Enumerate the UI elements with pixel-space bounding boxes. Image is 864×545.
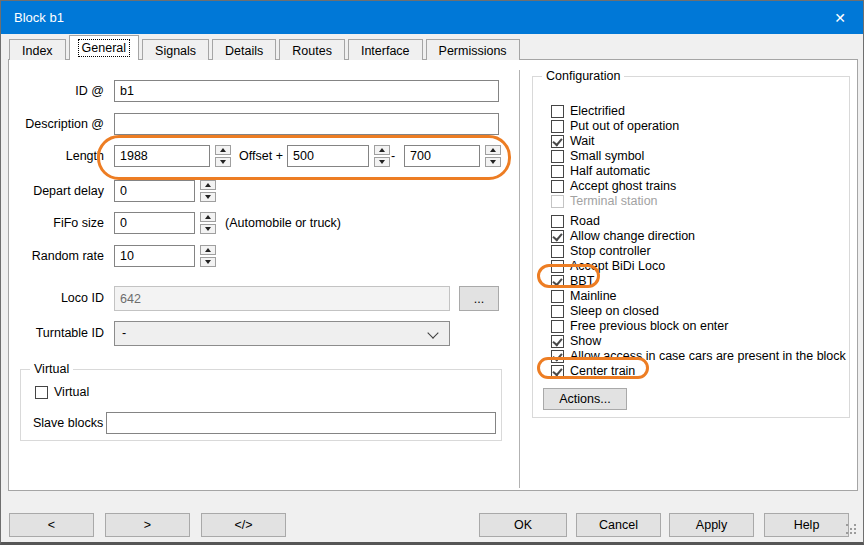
tab-signals[interactable]: Signals xyxy=(142,39,209,60)
fifo-size-input[interactable] xyxy=(114,212,195,234)
depart-delay-spinner[interactable] xyxy=(200,180,216,202)
checkbox-box[interactable] xyxy=(551,135,564,148)
tab-details[interactable]: Details xyxy=(212,39,276,60)
xml-view-button[interactable]: </> xyxy=(201,513,286,537)
checkbox-box[interactable] xyxy=(551,320,564,333)
checkbox-label: Center train xyxy=(570,364,635,379)
fifo-hint: (Automobile or truck) xyxy=(225,212,341,234)
checkbox-label: Accept ghost trains xyxy=(570,179,676,194)
spin-up-button[interactable] xyxy=(200,180,216,190)
titlebar[interactable]: Block b1 ✕ xyxy=(1,1,863,34)
checkbox-allow-change-direction[interactable]: Allow change direction xyxy=(551,229,695,244)
checkbox-accept-bidi-loco[interactable]: Accept BiDi Loco xyxy=(551,259,665,274)
offset-minus-spinner[interactable] xyxy=(485,145,501,167)
checkbox-box[interactable] xyxy=(551,245,564,258)
checkbox-box[interactable] xyxy=(35,386,48,399)
spin-up-button[interactable] xyxy=(200,212,216,222)
checkbox-electrified[interactable]: Electrified xyxy=(551,104,625,119)
random-rate-spinner[interactable] xyxy=(200,245,216,267)
fifo-size-label: FiFo size xyxy=(9,212,104,234)
checkbox-box[interactable] xyxy=(551,260,564,273)
triangle-down-icon xyxy=(205,227,211,231)
configuration-groupbox: Configuration Electrified Put out of ope… xyxy=(532,76,850,418)
close-icon: ✕ xyxy=(834,10,846,26)
spin-down-button[interactable] xyxy=(200,192,216,202)
description-input[interactable] xyxy=(114,113,499,135)
loco-id-label: Loco ID xyxy=(9,287,104,309)
nav-next-button[interactable]: > xyxy=(105,513,190,537)
checkbox-bbt[interactable]: BBT xyxy=(551,274,594,289)
configuration-group-title: Configuration xyxy=(542,69,624,84)
checkbox-box[interactable] xyxy=(551,335,564,348)
offset-minus-input[interactable] xyxy=(404,145,480,167)
offset-plus-input[interactable] xyxy=(287,145,369,167)
spin-down-button[interactable] xyxy=(200,257,216,267)
close-button[interactable]: ✕ xyxy=(817,1,863,34)
id-input[interactable] xyxy=(114,80,499,102)
tab-label: Permissions xyxy=(435,42,511,60)
checkbox-box[interactable] xyxy=(551,215,564,228)
turntable-id-label: Turntable ID xyxy=(9,322,104,344)
checkbox-allow-access-cars-present[interactable]: Allow access in case cars are present in… xyxy=(551,349,846,364)
turntable-select[interactable]: - xyxy=(114,321,450,346)
tab-interface[interactable]: Interface xyxy=(348,39,423,60)
checkbox-box[interactable] xyxy=(551,290,564,303)
random-rate-input[interactable] xyxy=(114,245,195,267)
checkbox-box[interactable] xyxy=(551,105,564,118)
actions-button[interactable]: Actions... xyxy=(543,388,627,410)
slave-blocks-input[interactable] xyxy=(106,412,496,434)
triangle-up-icon xyxy=(205,215,211,219)
spin-up-button[interactable] xyxy=(485,145,501,155)
triangle-up-icon xyxy=(205,248,211,252)
apply-button[interactable]: Apply xyxy=(669,513,754,537)
tab-label: Index xyxy=(18,42,57,60)
checkbox-label: Road xyxy=(570,214,600,229)
checkbox-free-previous-block-on-enter[interactable]: Free previous block on enter xyxy=(551,319,728,334)
checkbox-box[interactable] xyxy=(551,180,564,193)
checkbox-box[interactable] xyxy=(551,365,564,378)
checkbox-center-train[interactable]: Center train xyxy=(551,364,635,379)
checkbox-accept-ghost-trains[interactable]: Accept ghost trains xyxy=(551,179,676,194)
triangle-down-icon xyxy=(379,160,385,164)
checkbox-small-symbol[interactable]: Small symbol xyxy=(551,149,644,164)
spin-up-button[interactable] xyxy=(200,245,216,255)
checkbox-box[interactable] xyxy=(551,150,564,163)
checkbox-virtual[interactable]: Virtual xyxy=(35,385,89,400)
checkbox-show[interactable]: Show xyxy=(551,334,601,349)
cancel-button[interactable]: Cancel xyxy=(576,513,661,537)
triangle-down-icon xyxy=(490,160,496,164)
tab-index[interactable]: Index xyxy=(9,39,66,60)
tab-general[interactable]: General xyxy=(69,35,139,60)
checkbox-wait[interactable]: Wait xyxy=(551,134,595,149)
checkbox-label: Virtual xyxy=(54,385,89,400)
checkbox-label: Mainline xyxy=(570,289,617,304)
checkbox-label: Terminal station xyxy=(570,194,658,209)
checkbox-box[interactable] xyxy=(551,275,564,288)
loco-browse-button[interactable]: ... xyxy=(459,286,499,311)
spin-down-button[interactable] xyxy=(485,157,501,167)
checkbox-box[interactable] xyxy=(551,165,564,178)
checkbox-label: Electrified xyxy=(570,104,625,119)
depart-delay-input[interactable] xyxy=(114,180,195,202)
fifo-size-spinner[interactable] xyxy=(200,212,216,234)
tab-routes[interactable]: Routes xyxy=(279,39,345,60)
checkbox-mainline[interactable]: Mainline xyxy=(551,289,617,304)
checkbox-stop-controller[interactable]: Stop controller xyxy=(551,244,651,259)
checkbox-box[interactable] xyxy=(551,230,564,243)
checkbox-box[interactable] xyxy=(551,120,564,133)
checkbox-put-out-of-operation[interactable]: Put out of operation xyxy=(551,119,679,134)
checkbox-sleep-on-closed[interactable]: Sleep on closed xyxy=(551,304,659,319)
tab-permissions[interactable]: Permissions xyxy=(426,39,520,60)
resize-grip[interactable] xyxy=(846,524,858,536)
checkbox-box[interactable] xyxy=(551,350,564,363)
checkbox-box[interactable] xyxy=(551,305,564,318)
ok-button[interactable]: OK xyxy=(479,513,567,537)
checkbox-road[interactable]: Road xyxy=(551,214,600,229)
help-button[interactable]: Help xyxy=(764,513,849,537)
nav-prev-button[interactable]: < xyxy=(9,513,94,537)
checkbox-label: Free previous block on enter xyxy=(570,319,728,334)
checkbox-half-automatic[interactable]: Half automatic xyxy=(551,164,650,179)
checkbox-label: Accept BiDi Loco xyxy=(570,259,665,274)
spin-down-button[interactable] xyxy=(200,224,216,234)
triangle-down-icon xyxy=(205,195,211,199)
